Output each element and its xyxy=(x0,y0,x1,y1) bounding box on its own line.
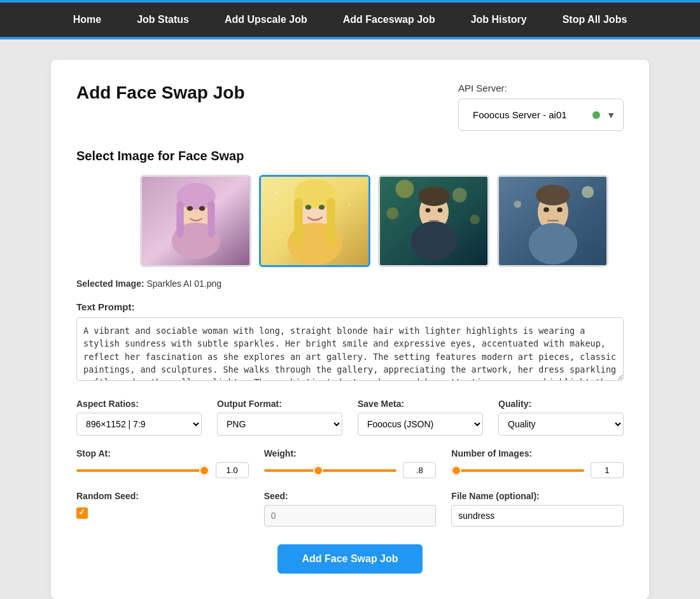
weight-slider-row xyxy=(264,462,437,478)
svg-point-34 xyxy=(529,223,578,265)
aspect-ratio-group: Aspect Ratios: 896×1152 | 7:9 1024×1024 … xyxy=(76,399,202,436)
random-seed-group: Random Seed: xyxy=(76,491,249,519)
nav-home[interactable]: Home xyxy=(55,3,119,37)
svg-point-25 xyxy=(411,221,458,260)
main-card: Add Face Swap Job API Server: Fooocus Se… xyxy=(51,60,649,599)
save-meta-label: Save Meta: xyxy=(358,399,483,409)
api-server-select[interactable]: Fooocus Server - ai01 xyxy=(466,104,586,125)
output-format-label: Output Format: xyxy=(217,399,342,409)
selected-image-label: Selected Image: xyxy=(76,279,144,289)
seed-row: Random Seed: Seed: File Name (optional): xyxy=(76,491,624,527)
image-section-title: Select Image for Face Swap xyxy=(76,149,624,163)
quality-group: Quality: Quality Speed Extreme Speed Lig… xyxy=(498,399,624,436)
seed-input-group: Seed: xyxy=(264,491,437,527)
output-format-group: Output Format: PNG JPEG WEBP xyxy=(217,399,342,436)
svg-point-7 xyxy=(199,206,206,211)
submit-row: Add Face Swap Job xyxy=(76,544,624,574)
svg-point-36 xyxy=(543,207,549,212)
api-server-block: API Server: Fooocus Server - ai01 ▼ xyxy=(458,83,624,131)
svg-point-27 xyxy=(426,208,431,212)
image-thumb-3[interactable] xyxy=(378,175,489,267)
svg-rect-13 xyxy=(326,198,335,247)
nav-add-faceswap-job[interactable]: Add Faceswap Job xyxy=(325,3,453,37)
svg-rect-5 xyxy=(207,201,215,238)
nav-job-status[interactable]: Job Status xyxy=(119,3,207,37)
output-format-select[interactable]: PNG JPEG WEBP xyxy=(217,413,342,436)
svg-point-20 xyxy=(396,180,414,198)
svg-point-28 xyxy=(438,208,443,212)
num-images-slider[interactable] xyxy=(451,469,584,472)
api-server-dropdown-arrow: ▼ xyxy=(606,110,615,120)
svg-point-26 xyxy=(418,186,450,206)
page-title: Add Face Swap Job xyxy=(76,83,245,103)
stop-at-slider[interactable] xyxy=(76,469,209,472)
server-status-dot xyxy=(592,111,600,119)
weight-value[interactable] xyxy=(403,462,436,478)
weight-label: Weight: xyxy=(264,448,437,458)
num-images-value[interactable] xyxy=(591,462,624,478)
svg-rect-12 xyxy=(294,198,302,247)
quality-select[interactable]: Quality Speed Extreme Speed Lightning xyxy=(498,413,624,436)
stop-at-value[interactable] xyxy=(216,462,249,478)
aspect-ratio-select[interactable]: 896×1152 | 7:9 1024×1024 | 1:1 1152×896 … xyxy=(76,413,202,436)
api-server-select-wrapper[interactable]: Fooocus Server - ai01 ▼ xyxy=(458,99,624,131)
image-placeholder-3 xyxy=(380,177,487,265)
svg-text:✦: ✦ xyxy=(279,233,284,239)
svg-point-14 xyxy=(305,205,312,210)
main-nav: Home Job Status Add Upscale Job Add Face… xyxy=(0,0,700,37)
svg-rect-4 xyxy=(176,201,184,238)
random-seed-label: Random Seed: xyxy=(76,491,249,501)
image-thumb-1[interactable] xyxy=(140,175,251,267)
filename-input[interactable] xyxy=(451,505,624,527)
svg-point-15 xyxy=(319,205,325,210)
filename-group: File Name (optional): xyxy=(451,491,624,527)
image-thumb-4[interactable] xyxy=(497,175,608,267)
svg-point-23 xyxy=(470,214,480,224)
weight-slider[interactable] xyxy=(264,469,397,472)
num-images-group: Number of Images: xyxy=(451,448,624,478)
image-grid: ✦ ✦ ✦ xyxy=(76,175,624,267)
save-meta-group: Save Meta: Fooocus (JSON) None A1111 xyxy=(358,399,483,436)
num-images-label: Number of Images: xyxy=(451,448,624,458)
quality-label: Quality: xyxy=(498,399,624,409)
text-prompt-label: Text Prompt: xyxy=(76,301,624,312)
image-placeholder-2: ✦ ✦ ✦ xyxy=(261,177,368,265)
sliders-grid: Stop At: Weight: Number of Images: xyxy=(76,448,624,478)
svg-point-22 xyxy=(386,207,398,219)
api-server-label: API Server: xyxy=(458,83,507,93)
submit-button[interactable]: Add Face Swap Job xyxy=(277,544,422,574)
svg-point-32 xyxy=(514,200,522,208)
stop-at-label: Stop At: xyxy=(76,448,249,458)
image-thumb-2[interactable]: ✦ ✦ ✦ xyxy=(259,175,370,267)
image-placeholder-4 xyxy=(499,177,606,265)
svg-point-37 xyxy=(557,207,563,212)
random-seed-checkbox-row xyxy=(76,507,249,519)
filename-label: File Name (optional): xyxy=(451,491,624,501)
num-images-slider-row xyxy=(451,462,624,478)
aspect-ratio-label: Aspect Ratios: xyxy=(76,399,202,409)
seed-label: Seed: xyxy=(264,491,437,501)
nav-add-upscale-job[interactable]: Add Upscale Job xyxy=(207,3,325,37)
text-prompt-textarea[interactable]: A vibrant and sociable woman with long, … xyxy=(76,317,624,381)
selected-image-info: Selected Image: Sparkles AI 01.png xyxy=(76,279,624,289)
svg-point-31 xyxy=(582,186,594,198)
controls-grid: Aspect Ratios: 896×1152 | 7:9 1024×1024 … xyxy=(76,399,624,436)
svg-text:✦: ✦ xyxy=(274,189,280,196)
stop-at-slider-row xyxy=(76,462,249,478)
random-seed-checkbox[interactable] xyxy=(76,507,88,519)
nav-stop-all-jobs[interactable]: Stop All Jobs xyxy=(545,3,645,37)
svg-point-35 xyxy=(536,184,570,205)
svg-point-21 xyxy=(452,188,467,202)
weight-group: Weight: xyxy=(264,448,437,478)
save-meta-select[interactable]: Fooocus (JSON) None A1111 xyxy=(358,413,483,436)
image-placeholder-1 xyxy=(142,177,249,265)
svg-text:✦: ✦ xyxy=(347,202,352,209)
stop-at-group: Stop At: xyxy=(76,448,249,478)
seed-input[interactable] xyxy=(264,505,437,527)
selected-image-value: Sparkles AI 01.png xyxy=(147,279,222,289)
nav-job-history[interactable]: Job History xyxy=(453,3,545,37)
card-header: Add Face Swap Job API Server: Fooocus Se… xyxy=(76,83,624,131)
svg-point-6 xyxy=(187,206,193,211)
